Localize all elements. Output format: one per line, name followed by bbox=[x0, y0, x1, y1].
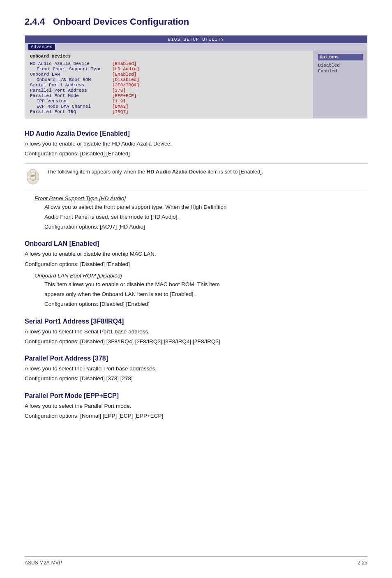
bios-content-area: Onboard Devices HD Audio Azalia Device [… bbox=[25, 51, 367, 118]
bios-option-enabled: Enabled bbox=[318, 69, 363, 74]
bios-value-parallel-irq: [IRQ7] bbox=[112, 109, 129, 114]
note-icon bbox=[25, 168, 41, 186]
serial-port-heading: Serial Port1 Address [3F8/IRQ4] bbox=[25, 318, 367, 325]
bios-row-parallel-mode: Parallel Port Mode [EPP+ECP] bbox=[30, 93, 309, 98]
bios-row-onboard-lan: Onboard LAN [Enabled] bbox=[30, 72, 309, 77]
note-text-content: The following item appears only when the… bbox=[47, 168, 263, 176]
bios-sidebar-title: Options bbox=[318, 54, 363, 60]
bios-value-serial-port: [3F8/IRQ4] bbox=[112, 83, 139, 88]
section-title: Onboard Devices Configuration bbox=[53, 16, 189, 27]
parallel-mode-heading: Parallel Port Mode [EPP+ECP] bbox=[25, 392, 367, 400]
bios-row-serial-port: Serial Port1 Address [3F8/IRQ4] bbox=[30, 83, 309, 88]
parallel-mode-section: Parallel Port Mode [EPP+ECP] Allows you … bbox=[25, 392, 367, 421]
hd-audio-desc1: Allows you to enable or disable the HD A… bbox=[25, 140, 367, 148]
bios-option-disabled: Disabled bbox=[318, 63, 363, 68]
serial-port-section: Serial Port1 Address [3F8/IRQ4] Allows y… bbox=[25, 318, 367, 346]
bios-nav-advanced: Advanced bbox=[28, 44, 55, 50]
hd-audio-heading: HD Audio Azalia Device [Enabled] bbox=[25, 130, 367, 137]
svg-rect-1 bbox=[30, 172, 36, 180]
lan-boot-rom-desc3: Configuration options: [Disabled] [Enabl… bbox=[44, 300, 367, 308]
hd-audio-section: HD Audio Azalia Device [Enabled] Allows … bbox=[25, 130, 367, 231]
front-panel-body: Allows you to select the front panel sup… bbox=[35, 203, 367, 231]
bios-section-title: Onboard Devices bbox=[30, 54, 309, 59]
bios-label-hd-audio: HD Audio Azalia Device bbox=[30, 61, 112, 66]
bios-titlebar: BIOS SETUP UTILITY bbox=[25, 36, 367, 43]
bios-label-epp-version: EPP Version bbox=[30, 99, 112, 104]
onboard-lan-desc1: Allows you to enable or disable the onch… bbox=[25, 250, 367, 258]
parallel-addr-section: Parallel Port Address [378] Allows you t… bbox=[25, 355, 367, 383]
note-bold-text: HD Audio Azalia Device bbox=[147, 169, 206, 175]
bios-label-lan-boot-rom: Onboard LAN Boot ROM bbox=[30, 77, 112, 82]
bios-value-front-panel: [HD Audio] bbox=[112, 67, 139, 72]
bios-label-onboard-lan: Onboard LAN bbox=[30, 72, 112, 77]
page-footer: ASUS M2A-MVP 2-25 bbox=[25, 556, 367, 566]
bios-label-parallel-irq: Parallel Port IRQ bbox=[30, 109, 112, 114]
bios-row-lan-boot-rom: Onboard LAN Boot ROM [Disabled] bbox=[30, 77, 309, 82]
parallel-mode-desc1: Allows you to select the Parallel Port m… bbox=[25, 402, 367, 410]
hd-audio-desc2: Configuration options: [Disabled] [Enabl… bbox=[25, 150, 367, 158]
bios-value-hd-audio: [Enabled] bbox=[112, 61, 136, 66]
lan-boot-rom-desc1: This item allows you to enable or disabl… bbox=[44, 280, 367, 289]
pencil-icon bbox=[25, 169, 40, 185]
bios-screenshot: BIOS SETUP UTILITY Advanced Onboard Devi… bbox=[25, 35, 367, 118]
bios-label-parallel-mode: Parallel Port Mode bbox=[30, 93, 112, 98]
bios-row-front-panel: Front Panel Support Type [HD Audio] bbox=[30, 67, 309, 72]
footer-left: ASUS M2A-MVP bbox=[25, 560, 62, 566]
front-panel-desc1: Allows you to select the front panel sup… bbox=[44, 203, 367, 211]
section-number: 2.4.4 bbox=[25, 16, 45, 27]
bios-value-onboard-lan: [Enabled] bbox=[112, 72, 136, 77]
bios-row-epp-version: EPP Version [1.9] bbox=[30, 99, 309, 104]
serial-port-desc2: Configuration options: [Disabled] [3F8/I… bbox=[25, 338, 367, 346]
front-panel-subheading: Front Panel Support Type [HD Audio] bbox=[35, 195, 367, 201]
onboard-lan-subitem: Onboard LAN Boot ROM [Disabled] This ite… bbox=[25, 273, 367, 309]
bios-value-parallel-addr: [378] bbox=[112, 88, 126, 93]
parallel-addr-heading: Parallel Port Address [378] bbox=[25, 355, 367, 362]
lan-boot-rom-body: This item allows you to enable or disabl… bbox=[35, 280, 367, 309]
lan-boot-rom-desc2: appears only when the Onboard LAN item i… bbox=[44, 290, 367, 298]
onboard-lan-section: Onboard LAN [Enabled] Allows you to enab… bbox=[25, 240, 367, 308]
bios-label-front-panel: Front Panel Support Type bbox=[30, 67, 112, 72]
serial-port-desc1: Allows you to select the Serial Port1 ba… bbox=[25, 328, 367, 336]
bios-sidebar: Options Disabled Enabled bbox=[314, 51, 367, 118]
parallel-addr-desc2: Configuration options: [Disabled] [378] … bbox=[25, 375, 367, 383]
parallel-addr-desc1: Allows you to select the Parallel Port b… bbox=[25, 365, 367, 373]
bios-value-lan-boot-rom: [Disabled] bbox=[112, 77, 139, 82]
bios-row-ecp-dma: ECP Mode DMA Channel [DMA3] bbox=[30, 104, 309, 109]
front-panel-desc3: Configuration options: [AC97] [HD Audio] bbox=[44, 223, 367, 231]
note-box: The following item appears only when the… bbox=[25, 163, 367, 190]
bios-label-serial-port: Serial Port1 Address bbox=[30, 83, 112, 88]
bios-value-parallel-mode: [EPP+ECP] bbox=[112, 93, 136, 98]
bios-main-panel: Onboard Devices HD Audio Azalia Device [… bbox=[25, 51, 314, 118]
bios-value-epp-version: [1.9] bbox=[112, 99, 126, 104]
section-heading: 2.4.4Onboard Devices Configuration bbox=[25, 16, 367, 27]
bios-row-parallel-irq: Parallel Port IRQ [IRQ7] bbox=[30, 109, 309, 114]
bios-nav: Advanced bbox=[25, 43, 367, 51]
footer-right: 2-25 bbox=[357, 560, 367, 566]
bios-row-hd-audio: HD Audio Azalia Device [Enabled] bbox=[30, 61, 309, 66]
bios-value-ecp-dma: [DMA3] bbox=[112, 104, 129, 109]
onboard-lan-desc2: Configuration options: [Disabled] [Enabl… bbox=[25, 260, 367, 268]
lan-boot-rom-subheading: Onboard LAN Boot ROM [Disabled] bbox=[35, 273, 367, 279]
hd-audio-subitem: Front Panel Support Type [HD Audio] Allo… bbox=[25, 195, 367, 231]
onboard-lan-heading: Onboard LAN [Enabled] bbox=[25, 240, 367, 247]
parallel-mode-desc2: Configuration options: [Normal] [EPP] [E… bbox=[25, 412, 367, 420]
front-panel-desc2: Audio Front Panel is used, set the mode … bbox=[44, 213, 367, 221]
bios-row-parallel-addr: Parallel Port Address [378] bbox=[30, 88, 309, 93]
bios-label-ecp-dma: ECP Mode DMA Channel bbox=[30, 104, 112, 109]
bios-label-parallel-addr: Parallel Port Address bbox=[30, 88, 112, 93]
